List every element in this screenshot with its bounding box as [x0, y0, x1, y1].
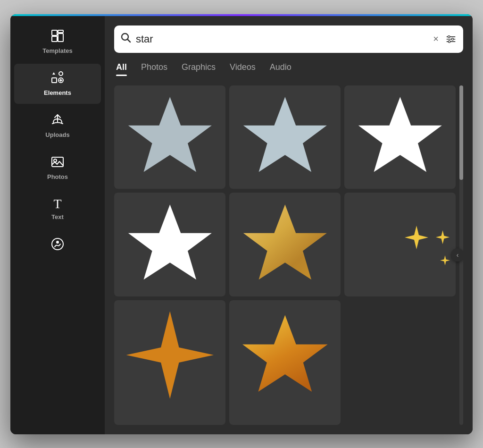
- grid-item-star-sharp2[interactable]: [229, 300, 341, 424]
- uploads-label: Uploads: [45, 131, 69, 138]
- grid-item-star-white-2[interactable]: [114, 193, 225, 296]
- sidebar-item-text[interactable]: T Text: [14, 190, 101, 228]
- svg-rect-1: [58, 30, 63, 33]
- tab-graphics[interactable]: Graphics: [182, 62, 216, 76]
- tab-photos[interactable]: Photos: [141, 62, 167, 76]
- svg-marker-22: [128, 204, 211, 279]
- elements-label: Elements: [44, 89, 71, 96]
- results-grid: [114, 85, 463, 425]
- app-body: Templates Elements: [10, 16, 473, 434]
- text-icon: T: [53, 197, 61, 211]
- sparkle-row-2: [439, 254, 451, 266]
- svg-point-9: [52, 238, 63, 250]
- svg-rect-2: [52, 36, 57, 42]
- sparkle-row-1: [402, 223, 451, 252]
- grid-item-star-white-1[interactable]: [344, 85, 456, 189]
- templates-label: Templates: [42, 47, 72, 54]
- tabs-bar: All Photos Graphics Videos Audio: [114, 62, 463, 76]
- svg-rect-3: [58, 34, 63, 42]
- search-input[interactable]: [136, 33, 433, 45]
- svg-rect-5: [52, 78, 57, 83]
- grid-item-star-sharp[interactable]: [114, 300, 225, 424]
- main-content: × All Photos Graphics Videos: [105, 16, 473, 434]
- sidebar-item-uploads[interactable]: Uploads: [14, 106, 101, 146]
- grid-item-star-gray-1[interactable]: [114, 85, 225, 189]
- uploads-icon: [51, 113, 64, 128]
- svg-rect-0: [52, 30, 57, 35]
- search-icon: [121, 33, 131, 45]
- svg-line-12: [128, 40, 131, 42]
- scrollbar-thumb[interactable]: [459, 85, 463, 180]
- sidebar-item-photos[interactable]: Photos: [14, 148, 101, 188]
- svg-rect-7: [52, 157, 63, 167]
- more-icon: [51, 237, 64, 253]
- sidebar-item-elements[interactable]: Elements: [14, 64, 101, 104]
- app-window: Templates Elements: [10, 14, 473, 434]
- tab-audio[interactable]: Audio: [270, 62, 291, 76]
- svg-point-16: [448, 35, 450, 37]
- tab-all[interactable]: All: [116, 62, 127, 76]
- photos-label: Photos: [47, 173, 68, 180]
- photos-icon: [51, 155, 64, 170]
- grid-area: ‹: [114, 85, 463, 425]
- svg-point-10: [56, 241, 59, 244]
- text-label: Text: [51, 213, 64, 220]
- sidebar-item-more[interactable]: [14, 230, 101, 260]
- svg-point-17: [451, 38, 453, 40]
- grid-item-star-gold[interactable]: [229, 193, 341, 296]
- templates-icon: [51, 29, 64, 44]
- grid-item-sparkle[interactable]: [344, 193, 456, 296]
- svg-marker-24: [126, 311, 213, 398]
- elements-icon: [50, 71, 65, 86]
- svg-marker-20: [243, 97, 326, 172]
- sidebar-item-templates[interactable]: Templates: [14, 22, 101, 62]
- svg-marker-23: [243, 204, 326, 279]
- svg-marker-19: [128, 97, 211, 172]
- sparkle-group: [344, 193, 456, 296]
- tab-videos[interactable]: Videos: [230, 62, 256, 76]
- svg-point-18: [448, 41, 450, 42]
- svg-point-8: [54, 159, 57, 162]
- grid-item-star-gray-2[interactable]: [229, 85, 341, 189]
- svg-marker-25: [242, 315, 328, 392]
- search-clear-button[interactable]: ×: [433, 34, 439, 44]
- svg-marker-21: [358, 97, 441, 172]
- search-filter-button[interactable]: [445, 34, 457, 45]
- sidebar-collapse-button[interactable]: ‹: [451, 248, 463, 262]
- search-bar: ×: [114, 25, 463, 53]
- svg-point-4: [59, 72, 63, 76]
- sidebar: Templates Elements: [10, 16, 105, 434]
